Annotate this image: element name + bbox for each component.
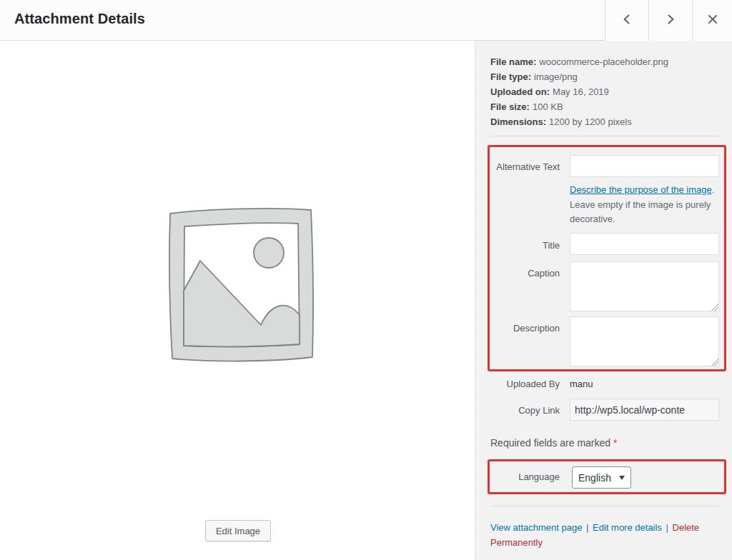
alt-text-input[interactable] <box>570 155 719 177</box>
link-separator: | <box>585 522 590 533</box>
uploaded-by-label: Uploaded By <box>490 379 560 389</box>
uploaded-on-row: Uploaded on:May 16, 2019 <box>490 84 726 99</box>
attachment-preview-pane: Edit Image <box>0 41 475 560</box>
caption-textarea[interactable] <box>570 261 719 311</box>
language-label: Language <box>490 471 560 482</box>
previous-attachment-button[interactable] <box>605 0 648 41</box>
modal-header: Attachment Details <box>0 0 732 41</box>
view-attachment-page-link[interactable]: View attachment page <box>490 522 582 533</box>
divider <box>490 136 719 136</box>
dimensions-row: Dimensions:1200 by 1200 pixels <box>490 114 726 129</box>
close-modal-button[interactable] <box>692 0 732 41</box>
file-name-row: File name:woocommerce-placeholder.png <box>490 54 726 69</box>
copy-link-input[interactable] <box>570 399 719 421</box>
attachment-details-sidebar: File name:woocommerce-placeholder.png Fi… <box>475 41 732 560</box>
description-label: Description <box>490 323 560 334</box>
attachment-details-modal: Attachment Details Edit Ima <box>0 0 732 560</box>
footer-links: View attachment page | Edit more details… <box>490 520 705 550</box>
language-selected-value: English <box>578 472 611 484</box>
file-details: File name:woocommerce-placeholder.png Fi… <box>490 54 726 129</box>
chevron-right-icon <box>665 14 676 27</box>
required-fields-note: Required fields are marked* <box>490 437 618 449</box>
image-placeholder-icon <box>163 202 319 366</box>
language-select[interactable]: English <box>572 466 631 489</box>
chevron-left-icon <box>621 14 633 27</box>
link-separator: | <box>665 522 670 533</box>
caption-label: Caption <box>490 268 560 279</box>
next-attachment-button[interactable] <box>648 0 692 41</box>
description-textarea[interactable] <box>570 316 719 366</box>
attachment-preview-image <box>163 202 319 366</box>
uploaded-by-value: manu <box>570 379 593 389</box>
close-icon <box>707 14 718 27</box>
alt-text-label: Alternative Text <box>490 161 560 172</box>
modal-title: Attachment Details <box>14 11 145 27</box>
title-label: Title <box>490 240 560 251</box>
required-asterisk: * <box>613 437 617 449</box>
file-size-row: File size:100 KB <box>490 99 726 114</box>
file-type-row: File type:image/png <box>490 69 726 84</box>
title-input[interactable] <box>570 233 719 255</box>
edit-image-button[interactable]: Edit Image <box>205 520 271 541</box>
alt-text-help: Describe the purpose of the image. Leave… <box>570 183 718 227</box>
divider <box>490 506 719 506</box>
edit-more-details-link[interactable]: Edit more details <box>593 522 662 533</box>
describe-purpose-link[interactable]: Describe the purpose of the image <box>570 184 712 195</box>
copy-link-label: Copy Link <box>490 405 560 416</box>
select-caret-icon <box>619 476 625 480</box>
